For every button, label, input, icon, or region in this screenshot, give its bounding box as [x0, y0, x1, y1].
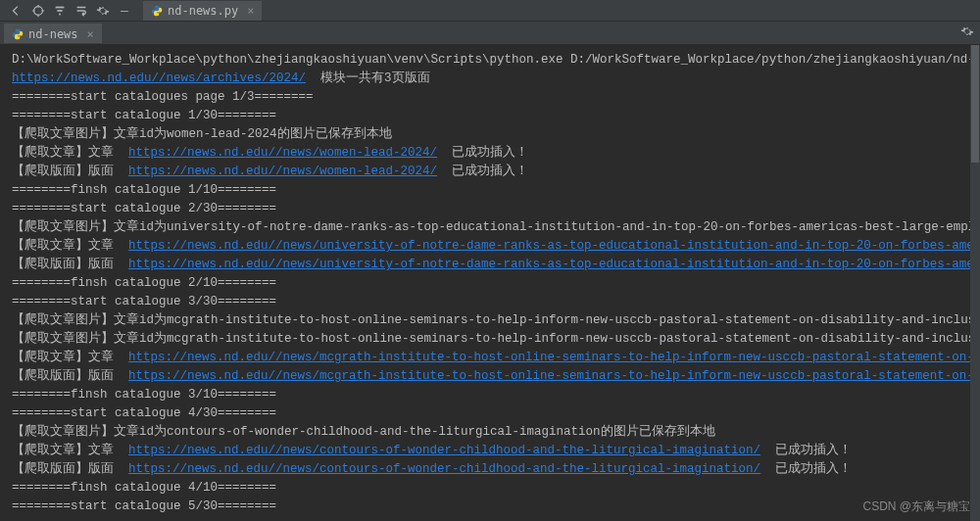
close-icon[interactable]: ×	[247, 4, 254, 18]
svg-rect-1	[56, 6, 65, 8]
top-toolbar: — nd-news.py ×	[0, 0, 980, 22]
scrollbar-thumb[interactable]	[971, 45, 979, 163]
cycle-icon[interactable]	[27, 2, 49, 20]
wrap-icon[interactable]	[71, 2, 92, 20]
settings-icon[interactable]	[960, 24, 974, 41]
console-link[interactable]: https://news.nd.edu//news/archives/2024/	[12, 71, 306, 85]
editor-tab-label: nd-news.py	[168, 4, 238, 18]
console-link[interactable]: https://news.nd.edu//news/mcgrath-instit…	[128, 369, 980, 383]
minimize-icon[interactable]: —	[114, 2, 135, 20]
editor-tab[interactable]: nd-news.py ×	[143, 1, 262, 21]
svg-rect-3	[59, 13, 61, 15]
close-icon[interactable]: ×	[87, 27, 94, 41]
console-link[interactable]: https://news.nd.edu//news/women-lead-202…	[128, 146, 437, 160]
filter-icon[interactable]	[49, 2, 71, 20]
console-link[interactable]: https://news.nd.edu//news/university-of-…	[128, 239, 980, 253]
svg-rect-2	[57, 10, 62, 12]
back-icon[interactable]	[6, 2, 27, 20]
svg-point-0	[34, 6, 43, 15]
console-link[interactable]: https://news.nd.edu//news/women-lead-202…	[128, 165, 437, 178]
run-tab-label: nd-news	[28, 27, 78, 41]
watermark: CSDN @东离与糖宝	[862, 498, 970, 515]
vertical-scrollbar[interactable]	[970, 45, 980, 521]
run-tabbar: nd-news ×	[0, 22, 980, 45]
run-tab[interactable]: nd-news ×	[4, 24, 102, 43]
gear-icon[interactable]	[92, 2, 114, 20]
console-link[interactable]: https://news.nd.edu//news/mcgrath-instit…	[128, 351, 980, 364]
console-link[interactable]: https://news.nd.edu//news/university-of-…	[128, 258, 980, 271]
console-output[interactable]: D:\WorkSoftware_Workplace\python\zhejian…	[0, 45, 980, 521]
console-link[interactable]: https://news.nd.edu//news/contours-of-wo…	[128, 444, 760, 457]
console-link[interactable]: https://news.nd.edu//news/contours-of-wo…	[128, 462, 760, 476]
python-file-icon	[151, 5, 163, 17]
python-file-icon	[12, 28, 24, 40]
